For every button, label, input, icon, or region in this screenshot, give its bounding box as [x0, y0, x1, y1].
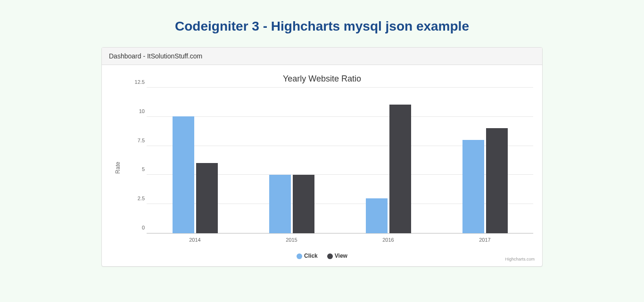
bar-click-2016[interactable]	[366, 198, 388, 233]
chart-plot[interactable]: 02.557.51012.52014201520162017	[147, 88, 533, 234]
panel: Dashboard - ItSolutionStuff.com Yearly W…	[101, 47, 543, 267]
bar-click-2015[interactable]	[269, 175, 291, 233]
y-tick-label: 5	[132, 166, 145, 172]
y-tick-label: 10	[132, 108, 145, 114]
gridline	[147, 116, 533, 117]
bar-view-2017[interactable]	[486, 128, 508, 233]
legend-label: Click	[304, 253, 318, 259]
legend-swatch-icon	[327, 253, 333, 259]
chart-area: Rate 02.557.51012.52014201520162017	[132, 88, 530, 248]
panel-body: Yearly Website Ratio Rate 02.557.51012.5…	[102, 65, 542, 266]
chart-credits-link[interactable]: Highcharts.com	[505, 257, 535, 261]
gridline	[147, 87, 533, 88]
legend-label: View	[335, 253, 347, 259]
legend-item-click[interactable]: Click	[297, 253, 318, 259]
panel-heading: Dashboard - ItSolutionStuff.com	[102, 48, 542, 65]
bar-click-2017[interactable]	[462, 140, 484, 233]
x-tick-label: 2014	[181, 237, 209, 243]
bar-view-2014[interactable]	[196, 163, 218, 233]
y-tick-label: 7.5	[132, 138, 145, 143]
bar-click-2014[interactable]	[173, 116, 194, 233]
y-tick-label: 2.5	[132, 196, 145, 201]
x-tick-label: 2017	[471, 237, 499, 243]
x-tick-label: 2016	[374, 237, 403, 243]
y-axis-label: Rate	[115, 162, 121, 173]
y-tick-label: 12.5	[132, 79, 145, 85]
legend-item-view[interactable]: View	[327, 253, 347, 259]
legend-swatch-icon	[297, 253, 302, 259]
chart-legend: ClickView	[109, 253, 535, 259]
y-tick-label: 0	[132, 225, 145, 230]
bar-view-2015[interactable]	[293, 175, 314, 233]
bar-view-2016[interactable]	[389, 105, 411, 233]
page-title: Codeigniter 3 - Highcharts mysql json ex…	[0, 19, 644, 34]
chart-title: Yearly Website Ratio	[109, 74, 535, 84]
x-tick-label: 2015	[278, 237, 306, 243]
